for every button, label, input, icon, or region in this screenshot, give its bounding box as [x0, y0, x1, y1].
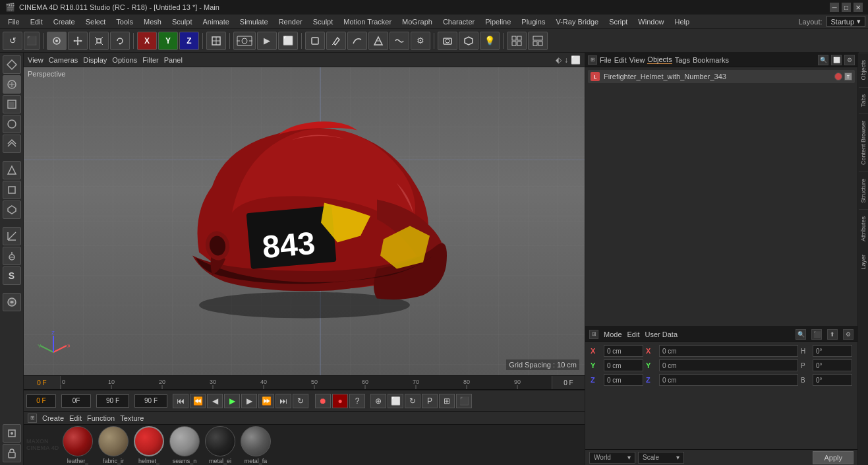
vp-display-menu[interactable]: Display [83, 56, 107, 64]
obj-edit-tab[interactable]: Edit [614, 56, 627, 64]
vsidebar-content-browser[interactable]: Content Browser [859, 113, 868, 171]
left-btn-12[interactable] [3, 293, 21, 311]
vsidebar-layer[interactable]: Layer [859, 248, 868, 276]
viewport-canvas[interactable]: 843 [24, 67, 585, 375]
left-btn-3[interactable] [3, 95, 21, 113]
left-btn-1[interactable] [3, 55, 21, 74]
sel-key-btn[interactable]: ⬜ [388, 394, 403, 408]
vsidebar-tabs[interactable]: Tabs [859, 87, 868, 113]
mat-metal-e[interactable]: metal_ei [203, 426, 237, 464]
b-field[interactable]: 0° [813, 374, 852, 386]
snap-btn[interactable] [3, 424, 21, 443]
left-btn-4[interactable] [3, 115, 21, 133]
left-btn-2[interactable] [3, 75, 21, 94]
subdiv-btn[interactable] [368, 32, 388, 50]
render-frame-btn[interactable]: ▶ [257, 32, 277, 50]
menu-pipeline[interactable]: Pipeline [480, 15, 516, 29]
mat-fabric[interactable]: fabric_ir [96, 426, 130, 464]
obj-grid-btn[interactable]: ⊞ [588, 55, 597, 65]
menu-character[interactable]: Character [438, 15, 480, 29]
timeline-ruler[interactable]: 0 F 0 10 20 30 40 50 [24, 375, 585, 390]
rot-key-btn[interactable]: ↻ [405, 394, 420, 408]
fps-input[interactable] [134, 394, 167, 408]
attr-edit-tab[interactable]: Edit [627, 330, 640, 338]
transform-btn[interactable] [206, 32, 226, 50]
loop-btn[interactable]: ↻ [293, 394, 308, 408]
y-axis-btn[interactable]: Y [158, 32, 178, 50]
deform-btn[interactable] [390, 32, 409, 50]
spline-btn[interactable] [347, 32, 367, 50]
mat-function-btn[interactable]: Function [87, 414, 115, 422]
attr-btn2[interactable]: ⬛ [811, 329, 822, 340]
grid-tl-btn[interactable]: ⊞ [439, 394, 455, 408]
prev-frame-btn[interactable]: ◀ [207, 394, 223, 408]
ruler-area[interactable]: 0 10 20 30 40 50 60 70 80 [61, 376, 585, 389]
y-pos-field[interactable]: 0 cm [604, 359, 643, 371]
mat-seams[interactable]: seams_n [167, 426, 202, 464]
go-end-btn[interactable]: ⏭ [275, 394, 291, 408]
vsidebar-attributes[interactable]: Attributes [859, 209, 868, 248]
model-mode-btn[interactable] [47, 32, 67, 50]
menu-help[interactable]: Help [669, 15, 695, 29]
z-pos-field[interactable]: 0 cm [604, 374, 643, 386]
menu-create[interactable]: Create [48, 15, 80, 29]
mat-texture-btn[interactable]: Texture [120, 414, 144, 422]
obj-file-tab[interactable]: File [600, 56, 612, 64]
x2-val-field[interactable]: 0 cm [659, 345, 798, 357]
world-dropdown[interactable]: World ▾ [589, 452, 635, 464]
redo-area[interactable]: ⬛ [24, 32, 40, 50]
mat-edit-btn[interactable]: Edit [69, 414, 82, 422]
menu-mesh[interactable]: Mesh [138, 15, 167, 29]
key-mode-btn[interactable]: ⊕ [370, 394, 386, 408]
menu-select[interactable]: Select [80, 15, 111, 29]
end-frame-input[interactable] [96, 394, 129, 408]
3d-view-btn[interactable] [459, 32, 478, 50]
obj-search-btn[interactable]: 🔍 [818, 55, 828, 65]
mat-leather[interactable]: leather_ [61, 426, 95, 464]
light-btn[interactable]: 💡 [480, 32, 500, 50]
obj-expand-btn[interactable]: ⬜ [831, 55, 842, 65]
h-field[interactable]: 0° [813, 345, 852, 357]
mat-metal-f[interactable]: metal_fa [239, 426, 273, 464]
prev-key-btn[interactable]: ⏪ [190, 394, 206, 408]
menu-edit[interactable]: Edit [25, 15, 48, 29]
attr-btn4[interactable]: ⚙ [843, 329, 854, 340]
vp-options-menu[interactable]: Options [112, 56, 137, 64]
mat-helmet[interactable]: helmet_ [132, 426, 166, 464]
attr-btn3[interactable]: ⬆ [827, 329, 838, 340]
vp-icon-1[interactable]: ⬖ [556, 55, 562, 65]
menu-render[interactable]: Render [274, 15, 308, 29]
obj-view-tab[interactable]: View [629, 56, 645, 64]
effector-btn[interactable]: ⚙ [411, 32, 430, 50]
menu-tools[interactable]: Tools [111, 15, 138, 29]
vp-filter-menu[interactable]: Filter [142, 56, 158, 64]
z2-val-field[interactable]: 0 cm [659, 374, 798, 386]
vsidebar-objects[interactable]: Objects [859, 53, 868, 87]
viewport-solo-btn[interactable] [233, 32, 256, 50]
menu-animate[interactable]: Animate [197, 15, 234, 29]
multi2-btn[interactable] [528, 32, 548, 50]
obj-bookmarks-tab[interactable]: Bookmarks [693, 56, 729, 64]
undo-btn[interactable]: ↺ [3, 32, 22, 50]
vp-view-menu[interactable]: View [28, 56, 43, 64]
attr-mode-tab[interactable]: Mode [604, 330, 622, 338]
menu-motion-tracker[interactable]: Motion Tracker [338, 15, 397, 29]
attr-grid-btn[interactable]: ⊞ [589, 330, 598, 339]
menu-vray[interactable]: V-Ray Bridge [550, 15, 604, 29]
multi1-btn[interactable] [507, 32, 527, 50]
obj-settings-btn[interactable]: ⚙ [844, 55, 855, 65]
left-btn-11[interactable]: S [3, 266, 21, 285]
menu-script[interactable]: Script [604, 15, 633, 29]
maximize-btn[interactable]: □ [842, 3, 851, 12]
minimize-btn[interactable]: ─ [830, 3, 839, 12]
lock-btn[interactable] [3, 444, 21, 462]
rotate-btn[interactable] [110, 32, 130, 50]
z-axis-btn[interactable]: Z [179, 32, 199, 50]
left-btn-5[interactable] [3, 135, 21, 153]
obj-objects-tab[interactable]: Objects [647, 55, 672, 64]
close-btn[interactable]: ✕ [854, 3, 863, 12]
move-btn[interactable] [68, 32, 88, 50]
help-tl-btn[interactable]: ? [349, 394, 365, 408]
vp-icon-2[interactable]: ↓ [564, 55, 568, 65]
y2-val-field[interactable]: 0 cm [659, 359, 798, 371]
